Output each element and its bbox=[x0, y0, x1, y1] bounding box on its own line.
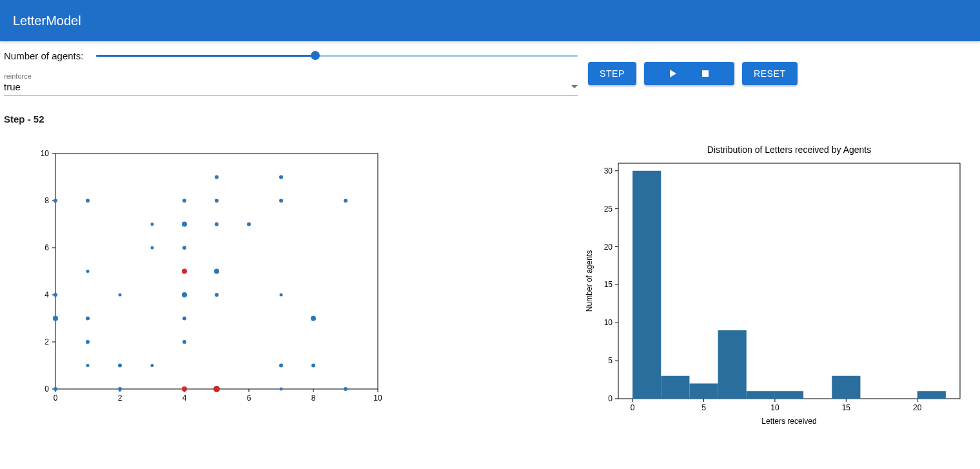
svg-point-63 bbox=[344, 387, 348, 391]
svg-text:0: 0 bbox=[54, 394, 58, 403]
svg-point-29 bbox=[279, 199, 283, 203]
svg-text:15: 15 bbox=[604, 280, 613, 289]
svg-point-45 bbox=[215, 293, 219, 297]
play-stop-button[interactable] bbox=[644, 62, 734, 85]
stop-icon bbox=[702, 70, 709, 77]
svg-text:10: 10 bbox=[41, 149, 50, 158]
svg-rect-91 bbox=[661, 376, 689, 399]
svg-text:4: 4 bbox=[182, 394, 187, 403]
scatter-chart: 02468100246810 bbox=[4, 144, 391, 417]
svg-point-58 bbox=[54, 387, 57, 391]
histogram-chart: Distribution of Letters received by Agen… bbox=[583, 144, 970, 430]
svg-text:2: 2 bbox=[118, 394, 122, 403]
svg-point-53 bbox=[86, 364, 90, 367]
svg-point-49 bbox=[182, 317, 186, 321]
svg-point-38 bbox=[182, 246, 186, 250]
svg-point-56 bbox=[279, 364, 283, 368]
svg-point-39 bbox=[86, 270, 90, 273]
svg-point-59 bbox=[118, 387, 122, 391]
app-bar: LetterModel bbox=[0, 0, 980, 41]
step-heading: Step - 52 bbox=[0, 95, 980, 125]
svg-point-44 bbox=[182, 292, 187, 297]
select-label: reinforce bbox=[4, 72, 578, 80]
svg-point-28 bbox=[215, 199, 219, 203]
agents-slider[interactable] bbox=[96, 49, 578, 62]
svg-rect-95 bbox=[775, 391, 803, 399]
svg-text:25: 25 bbox=[604, 205, 613, 214]
svg-point-61 bbox=[213, 386, 220, 392]
svg-point-37 bbox=[151, 246, 154, 250]
svg-text:8: 8 bbox=[311, 394, 316, 403]
svg-text:4: 4 bbox=[44, 290, 49, 299]
svg-point-26 bbox=[86, 199, 90, 203]
svg-text:30: 30 bbox=[604, 166, 613, 175]
svg-point-60 bbox=[182, 386, 187, 392]
svg-rect-90 bbox=[632, 171, 661, 399]
svg-rect-92 bbox=[689, 383, 718, 399]
select-value: true bbox=[4, 81, 21, 92]
svg-point-27 bbox=[182, 199, 186, 203]
svg-point-33 bbox=[151, 223, 154, 226]
svg-text:0: 0 bbox=[631, 403, 635, 412]
svg-point-36 bbox=[247, 223, 251, 226]
svg-point-48 bbox=[86, 317, 90, 321]
svg-text:Distribution of Letters receiv: Distribution of Letters received by Agen… bbox=[707, 145, 871, 155]
svg-text:0: 0 bbox=[608, 394, 612, 403]
svg-text:Number of agents: Number of agents bbox=[585, 250, 594, 312]
svg-point-35 bbox=[215, 223, 219, 226]
controls-row: Number of agents: reinforce true STEP bbox=[0, 41, 980, 95]
svg-text:0: 0 bbox=[44, 384, 49, 394]
svg-point-47 bbox=[53, 316, 58, 321]
svg-point-55 bbox=[151, 364, 154, 367]
svg-text:10: 10 bbox=[604, 318, 613, 327]
svg-point-51 bbox=[86, 340, 90, 344]
svg-rect-65 bbox=[618, 163, 960, 399]
chevron-down-icon bbox=[571, 85, 578, 88]
reinforce-select[interactable]: reinforce true bbox=[4, 72, 578, 95]
svg-text:20: 20 bbox=[913, 403, 922, 412]
svg-point-41 bbox=[214, 269, 219, 274]
svg-text:10: 10 bbox=[770, 403, 779, 412]
svg-point-25 bbox=[54, 199, 57, 203]
svg-text:Letters received: Letters received bbox=[761, 417, 816, 426]
svg-point-40 bbox=[182, 269, 187, 274]
svg-point-62 bbox=[280, 388, 283, 391]
svg-text:6: 6 bbox=[44, 243, 49, 252]
svg-text:10: 10 bbox=[373, 394, 382, 403]
svg-rect-94 bbox=[747, 391, 775, 399]
svg-text:8: 8 bbox=[44, 196, 49, 205]
svg-point-54 bbox=[118, 364, 122, 368]
svg-point-31 bbox=[215, 175, 219, 179]
svg-text:2: 2 bbox=[44, 337, 49, 346]
svg-rect-93 bbox=[718, 330, 747, 399]
svg-rect-97 bbox=[917, 391, 946, 399]
svg-point-46 bbox=[280, 294, 283, 297]
svg-point-52 bbox=[182, 340, 186, 344]
svg-point-34 bbox=[182, 222, 187, 227]
svg-text:5: 5 bbox=[608, 356, 612, 365]
svg-text:5: 5 bbox=[701, 403, 706, 412]
svg-rect-96 bbox=[832, 376, 860, 399]
svg-point-50 bbox=[311, 316, 316, 321]
svg-point-32 bbox=[279, 175, 283, 179]
svg-point-57 bbox=[311, 364, 315, 368]
slider-label: Number of agents: bbox=[4, 50, 83, 61]
svg-point-43 bbox=[119, 294, 122, 297]
svg-text:6: 6 bbox=[247, 394, 251, 403]
step-button[interactable]: STEP bbox=[588, 62, 636, 85]
svg-point-42 bbox=[54, 293, 57, 297]
svg-point-30 bbox=[344, 199, 348, 203]
reset-button[interactable]: RESET bbox=[742, 62, 798, 85]
svg-text:20: 20 bbox=[604, 243, 613, 252]
app-title: LetterModel bbox=[13, 14, 81, 28]
play-icon bbox=[670, 70, 676, 77]
svg-text:15: 15 bbox=[842, 403, 851, 412]
